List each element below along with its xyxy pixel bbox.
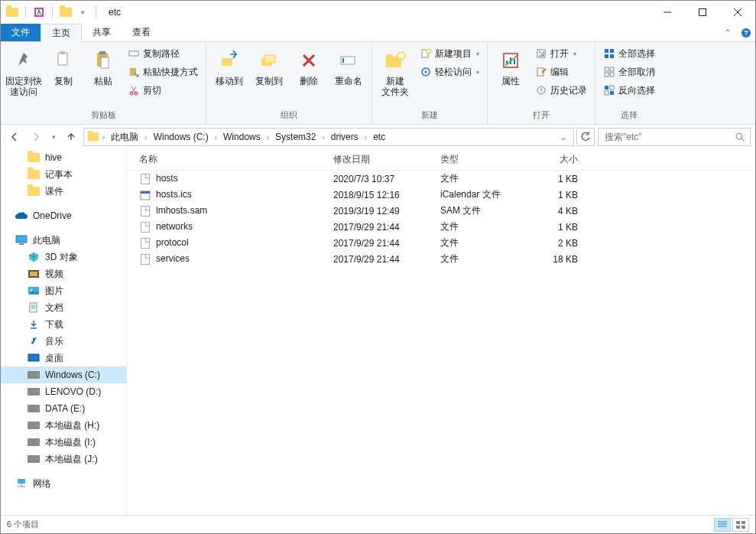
nav-item-documents[interactable]: 文档 xyxy=(1,299,126,316)
search-box[interactable] xyxy=(598,128,751,146)
nav-item-3d-objects[interactable]: 3D 对象 xyxy=(1,249,126,265)
nav-item-drive-d[interactable]: LENOVO (D:) xyxy=(1,383,126,400)
nav-item-desktop[interactable]: 桌面 xyxy=(1,350,126,366)
nav-item-drive-e[interactable]: DATA (E:) xyxy=(1,400,126,417)
svg-rect-38 xyxy=(605,73,608,77)
delete-button[interactable]: 删除 xyxy=(290,45,327,86)
nav-item-courseware[interactable]: 课件 xyxy=(1,183,126,200)
svg-rect-39 xyxy=(610,73,614,77)
file-list: 名称 修改日期 类型 大小 hosts2020/7/3 10:37文件1 KBh… xyxy=(127,149,755,515)
properties-button[interactable]: 属性 xyxy=(492,45,529,86)
file-row[interactable]: services2017/9/29 21:44文件18 KB xyxy=(127,251,755,267)
view-details-button[interactable] xyxy=(714,518,731,532)
nav-item-this-pc[interactable]: 此电脑 xyxy=(1,232,126,249)
file-row[interactable]: hosts2020/7/3 10:37文件1 KB xyxy=(127,171,755,187)
nav-item-videos[interactable]: 视频 xyxy=(1,265,126,282)
properties-qat-icon[interactable] xyxy=(32,5,46,19)
breadcrumb-seg[interactable]: Windows xyxy=(220,132,264,142)
nav-item-notepad[interactable]: 记事本 xyxy=(1,166,126,183)
open-button[interactable]: 打开▾ xyxy=(532,45,590,62)
nav-item-music[interactable]: 音乐 xyxy=(1,333,126,350)
breadcrumb-seg[interactable]: drivers xyxy=(328,132,362,142)
svg-rect-70 xyxy=(736,521,740,524)
file-row[interactable]: protocol2017/9/29 21:44文件2 KB xyxy=(127,235,755,251)
svg-point-23 xyxy=(397,52,405,60)
nav-item-onedrive[interactable]: OneDrive xyxy=(1,207,126,224)
forward-button[interactable] xyxy=(27,128,45,146)
chevron-right-icon[interactable]: › xyxy=(101,133,106,142)
select-none-button[interactable]: 全部取消 xyxy=(600,63,658,80)
chevron-right-icon[interactable]: › xyxy=(265,133,271,142)
select-all-button[interactable]: 全部选择 xyxy=(600,45,658,62)
new-folder-button[interactable]: 新建 文件夹 xyxy=(377,45,414,97)
file-date: 2017/9/29 21:44 xyxy=(326,254,433,265)
tab-home[interactable]: 主页 xyxy=(41,24,82,42)
file-type: 文件 xyxy=(433,172,524,185)
nav-item-drive-j[interactable]: 本地磁盘 (J:) xyxy=(1,451,126,467)
easy-access-button[interactable]: 轻松访问▾ xyxy=(417,63,482,80)
nav-item-drive-h[interactable]: 本地磁盘 (H:) xyxy=(1,417,126,434)
nav-item-hive[interactable]: hive xyxy=(1,149,126,166)
chevron-right-icon[interactable]: › xyxy=(363,133,368,142)
paste-shortcut-button[interactable]: 粘贴快捷方式 xyxy=(125,63,201,80)
breadcrumb-seg[interactable]: etc xyxy=(370,132,388,142)
up-button[interactable] xyxy=(62,128,80,146)
qat-dropdown-icon[interactable]: ▾ xyxy=(76,5,89,19)
paste-button[interactable]: 粘贴 xyxy=(85,45,122,86)
breadcrumb-seg[interactable]: 此电脑 xyxy=(108,131,141,144)
collapse-ribbon-icon[interactable]: ⌃ xyxy=(719,24,737,41)
new-item-button[interactable]: 新建项目▾ xyxy=(417,45,482,62)
edit-button[interactable]: 编辑 xyxy=(532,63,590,80)
search-input[interactable] xyxy=(603,131,735,143)
refresh-button[interactable] xyxy=(576,128,595,146)
history-button[interactable]: 历史记录 xyxy=(532,82,590,99)
rename-button[interactable]: 重命名 xyxy=(330,45,367,86)
file-row[interactable]: lmhosts.sam2019/3/19 12:49SAM 文件4 KB xyxy=(127,203,755,219)
tab-file[interactable]: 文件 xyxy=(1,24,41,41)
copy-button[interactable]: 复制 xyxy=(45,45,82,86)
file-row[interactable]: networks2017/9/29 21:44文件1 KB xyxy=(127,219,755,235)
help-icon[interactable]: ? xyxy=(737,24,755,41)
invert-selection-button[interactable]: 反向选择 xyxy=(600,82,658,99)
breadcrumb[interactable]: › 此电脑 › Windows (C:) › Windows › System3… xyxy=(83,128,574,146)
svg-rect-18 xyxy=(264,55,275,63)
list-body[interactable]: hosts2020/7/3 10:37文件1 KBhosts.ics2018/9… xyxy=(127,171,755,515)
nav-item-downloads[interactable]: 下载 xyxy=(1,316,126,333)
videos-icon xyxy=(27,268,41,280)
nav-item-pictures[interactable]: 图片 xyxy=(1,282,126,299)
copy-path-button[interactable]: 复制路径 xyxy=(125,45,201,62)
tab-view[interactable]: 查看 xyxy=(122,24,161,41)
cut-button[interactable]: 剪切 xyxy=(125,82,201,99)
column-date[interactable]: 修改日期 xyxy=(326,153,433,166)
close-button[interactable] xyxy=(720,1,755,24)
view-large-icons-button[interactable] xyxy=(732,518,749,532)
downloads-icon xyxy=(27,318,41,330)
move-to-button[interactable]: 移动到 xyxy=(211,45,248,86)
recent-dropdown-icon[interactable]: ▾ xyxy=(48,128,59,146)
back-button[interactable] xyxy=(5,128,24,146)
nav-item-drive-c[interactable]: Windows (C:) xyxy=(1,366,126,383)
breadcrumb-seg[interactable]: System32 xyxy=(272,132,319,142)
breadcrumb-seg[interactable]: Windows (C:) xyxy=(151,132,212,142)
column-type[interactable]: 类型 xyxy=(433,153,524,166)
chevron-right-icon[interactable]: › xyxy=(143,133,148,142)
minimize-button[interactable] xyxy=(650,1,685,24)
chevron-right-icon[interactable]: › xyxy=(213,133,219,142)
breadcrumb-dropdown-icon[interactable]: ⌄ xyxy=(556,132,570,142)
nav-item-network[interactable]: 网络 xyxy=(1,475,126,492)
pin-to-quick-access-button[interactable]: 固定到快 速访问 xyxy=(5,45,42,97)
chevron-right-icon[interactable]: › xyxy=(320,133,326,142)
title-bar: ▾ etc xyxy=(1,1,755,24)
file-row[interactable]: hosts.ics2018/9/15 12:16iCalendar 文件1 KB xyxy=(127,187,755,203)
folder-qat-icon[interactable] xyxy=(59,5,73,19)
column-name[interactable]: 名称 xyxy=(127,153,326,166)
navigation-pane[interactable]: hive 记事本 课件 OneDrive 此电脑 3D 对象 视频 图片 文档 … xyxy=(1,149,127,515)
nav-item-drive-i[interactable]: 本地磁盘 (I:) xyxy=(1,434,126,451)
tab-share[interactable]: 共享 xyxy=(82,24,122,41)
file-date: 2018/9/15 12:16 xyxy=(326,190,433,200)
column-size[interactable]: 大小 xyxy=(524,153,586,166)
file-size: 4 KB xyxy=(524,206,586,217)
svg-rect-16 xyxy=(222,58,232,66)
maximize-button[interactable] xyxy=(685,1,720,24)
copy-to-button[interactable]: 复制到 xyxy=(251,45,287,86)
